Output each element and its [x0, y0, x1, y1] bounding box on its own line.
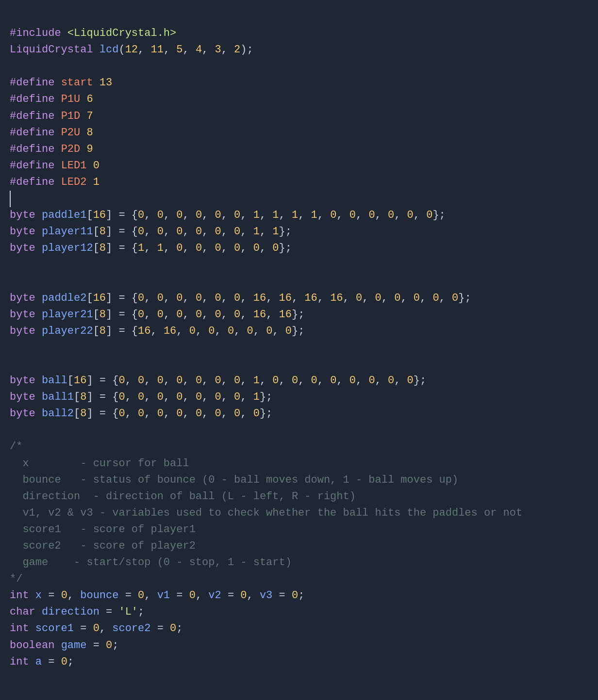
line-10: #define LED2 1	[10, 176, 100, 188]
line-1: #include <LiquidCrystal.h>	[10, 27, 176, 39]
line-12: byte paddle1[16] = {0, 0, 0, 0, 0, 0, 1,…	[10, 209, 446, 221]
line-19: byte player22[8] = {16, 16, 0, 0, 0, 0, …	[10, 325, 304, 337]
line-22: byte ball[16] = {0, 0, 0, 0, 0, 0, 0, 1,…	[10, 374, 426, 387]
line-24: byte ball2[8] = {0, 0, 0, 0, 0, 0, 0, 0}…	[10, 407, 272, 420]
line-31: score1 - score of player1	[10, 523, 196, 536]
line-36: char direction = 'L';	[10, 606, 144, 618]
line-32: score2 - score of player2	[10, 540, 196, 552]
cursor-line	[10, 191, 17, 207]
line-8: #define P2D 9	[10, 143, 93, 155]
line-26: /*	[10, 440, 22, 453]
line-27: x - cursor for ball	[10, 457, 189, 470]
line-33: game - start/stop (0 - stop, 1 - start)	[10, 556, 292, 569]
line-18: byte player21[8] = {0, 0, 0, 0, 0, 0, 16…	[10, 309, 304, 321]
line-23: byte ball1[8] = {0, 0, 0, 0, 0, 0, 0, 1}…	[10, 391, 272, 403]
line-35: int x = 0, bounce = 0, v1 = 0, v2 = 0, v…	[10, 589, 304, 602]
line-7: #define P2U 8	[10, 127, 93, 139]
line-37: int score1 = 0, score2 = 0;	[10, 622, 183, 635]
line-6: #define P1D 7	[10, 110, 93, 122]
line-39: int a = 0;	[10, 656, 74, 668]
code-editor: #include <LiquidCrystal.h> LiquidCrystal…	[10, 9, 588, 670]
line-38: boolean game = 0;	[10, 639, 118, 651]
line-5: #define P1U 6	[10, 93, 93, 105]
line-28: bounce - status of bounce (0 - ball move…	[10, 474, 458, 486]
line-17: byte paddle2[16] = {0, 0, 0, 0, 0, 0, 16…	[10, 292, 471, 304]
line-30: v1, v2 & v3 - variables used to check wh…	[10, 507, 522, 519]
line-9: #define LED1 0	[10, 160, 100, 172]
line-29: direction - direction of ball (L - left,…	[10, 490, 356, 503]
line-2: LiquidCrystal lcd(12, 11, 5, 4, 3, 2);	[10, 44, 253, 56]
line-4: #define start 13	[10, 77, 112, 89]
line-34: */	[10, 573, 22, 585]
line-14: byte player12[8] = {1, 1, 0, 0, 0, 0, 0,…	[10, 242, 292, 254]
line-13: byte player11[8] = {0, 0, 0, 0, 0, 0, 1,…	[10, 226, 292, 238]
